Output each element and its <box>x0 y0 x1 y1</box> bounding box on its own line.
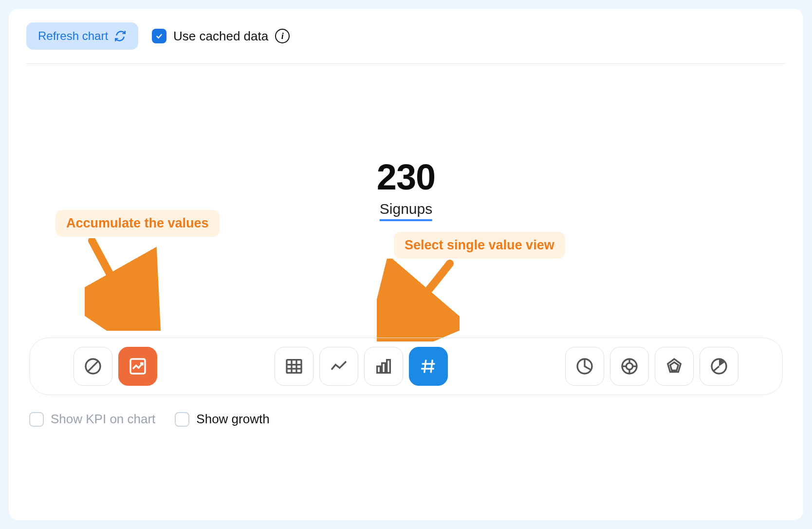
view-line-button[interactable] <box>319 347 358 386</box>
line-chart-icon <box>329 357 349 376</box>
pie-chart-icon <box>575 357 594 376</box>
show-kpi-option: Show KPI on chart <box>29 412 155 427</box>
show-kpi-checkbox[interactable] <box>29 412 44 427</box>
bar-chart-icon <box>374 357 393 376</box>
check-icon <box>155 32 164 40</box>
toolbar: Refresh chart Use cached data i <box>26 22 786 64</box>
view-group-center <box>275 347 448 386</box>
svg-rect-11 <box>382 363 386 373</box>
svg-line-13 <box>424 360 426 373</box>
view-group-left <box>74 347 157 386</box>
annotation-accumulate: Accumulate the values <box>55 210 220 237</box>
svg-point-19 <box>626 363 632 369</box>
polar-chart-icon <box>709 357 729 376</box>
none-icon <box>83 357 103 376</box>
view-donut-button[interactable] <box>610 347 649 386</box>
arrow-single-value <box>377 259 460 341</box>
view-table-button[interactable] <box>275 347 314 386</box>
cache-option: Use cached data i <box>152 29 290 44</box>
cache-label: Use cached data <box>173 29 268 44</box>
donut-chart-icon <box>620 357 639 376</box>
chart-panel: Refresh chart Use cached data i 230 Sign… <box>9 9 803 520</box>
svg-rect-10 <box>377 366 381 373</box>
footer-options: Show KPI on chart Show growth <box>26 412 786 427</box>
show-growth-option: Show growth <box>175 412 269 427</box>
view-single-value-button[interactable] <box>409 347 448 386</box>
accumulate-icon <box>128 357 148 376</box>
view-accumulate-button[interactable] <box>118 347 157 386</box>
kpi-value: 230 <box>377 156 435 198</box>
kpi-display: 230 Signups <box>377 156 435 221</box>
refresh-button[interactable]: Refresh chart <box>26 22 138 50</box>
kpi-label[interactable]: Signups <box>380 201 432 221</box>
cache-checkbox[interactable] <box>152 29 166 43</box>
svg-rect-5 <box>287 360 301 373</box>
svg-line-3 <box>87 360 98 372</box>
refresh-label: Refresh chart <box>38 29 108 43</box>
view-none-button[interactable] <box>74 347 112 386</box>
chart-stage: 230 Signups Accumulate the values Select… <box>26 64 786 395</box>
refresh-icon <box>114 30 127 42</box>
single-value-icon <box>419 357 438 376</box>
show-growth-checkbox[interactable] <box>175 412 189 427</box>
info-icon[interactable]: i <box>275 29 290 43</box>
svg-rect-12 <box>387 360 390 373</box>
show-kpi-label: Show KPI on chart <box>51 412 155 427</box>
view-polar-button[interactable] <box>700 347 738 386</box>
view-selector-bar <box>29 338 783 395</box>
svg-line-14 <box>431 360 432 373</box>
annotation-single-value: Select single value view <box>394 232 565 259</box>
table-icon <box>284 357 304 376</box>
radar-chart-icon <box>664 357 684 376</box>
show-growth-label: Show growth <box>196 412 269 427</box>
view-radar-button[interactable] <box>655 347 694 386</box>
view-group-right <box>565 347 738 386</box>
view-bar-button[interactable] <box>364 347 403 386</box>
svg-marker-25 <box>670 362 679 371</box>
arrow-accumulate <box>85 238 163 331</box>
view-pie-button[interactable] <box>565 347 604 386</box>
